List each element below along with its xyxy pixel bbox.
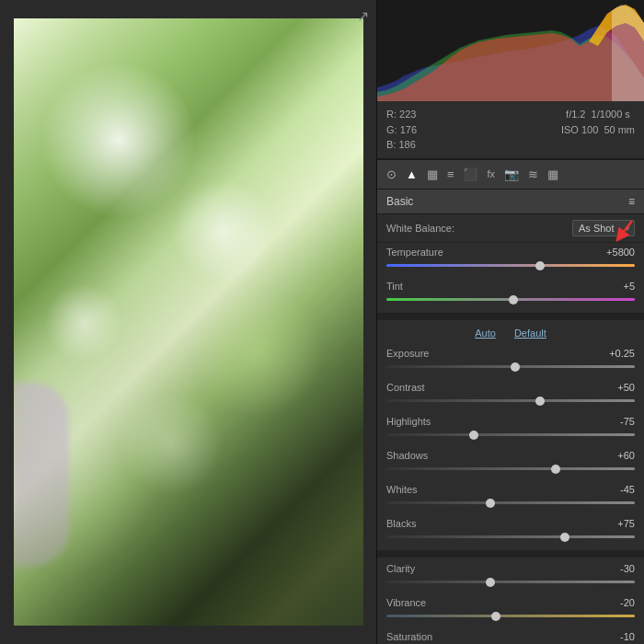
contrast-value: +50 [617,382,635,393]
divider-1 [377,313,644,320]
tint-track[interactable] [386,294,635,305]
temperature-slider-row: Temperature +5800 [377,243,644,277]
exposure-track[interactable] [386,362,635,373]
saturation-value: -10 [620,631,635,642]
vibrance-track[interactable] [386,611,635,622]
shutter: 1/1000 s [592,109,630,120]
saturation-slider-row: Saturation -10 [377,627,644,645]
contrast-thumb[interactable] [535,397,545,406]
panel-header: Basic ≡ [377,190,644,214]
panel-menu-icon[interactable]: ≡ [628,195,635,208]
focal: 50 mm [604,124,635,135]
lines-icon[interactable]: ≡ [445,166,456,183]
whites-slider-row: Whites -45 [377,480,644,514]
vibrance-slider-row: Vibrance -20 [377,593,644,627]
toolbar: ⊙ ▲ ▦ ≡ ⬛ fx 📷 ≋ ▦ [377,159,644,190]
vibrance-label: Vibrance [386,597,426,608]
svg-line-2 [620,221,632,236]
histogram-icon[interactable]: ⊙ [385,166,398,183]
square-icon[interactable]: ⬛ [461,166,479,183]
highlights-value: -75 [620,416,635,427]
right-panel: R: 223 G: 176 B: 186 f/1.2 1/1000 s ISO … [377,0,644,644]
photo-image [14,18,363,626]
g-value: 176 [400,124,417,135]
vibrance-value: -20 [620,597,635,608]
b-label: B: [386,139,396,150]
histogram [377,0,644,101]
whites-thumb[interactable] [486,499,495,508]
shadows-thumb[interactable] [551,465,560,474]
g-label: G: [386,124,397,135]
iso: ISO 100 [561,124,598,135]
exposure-label: Exposure [386,348,429,359]
fx-icon[interactable]: fx [485,167,497,181]
grid-icon[interactable]: ▦ [425,166,440,183]
clarity-track[interactable] [386,577,635,588]
saturation-label: Saturation [386,631,432,642]
highlights-thumb[interactable] [469,431,478,440]
photo-panel: ↗ [0,0,377,644]
exif-values: f/1.2 1/1000 s ISO 100 50 mm [561,107,635,153]
exposure-thumb[interactable] [511,362,520,372]
blacks-track[interactable] [386,532,635,543]
grid2-icon[interactable]: ▦ [546,166,560,183]
tint-thumb[interactable] [509,295,518,305]
whites-label: Whites [386,484,418,495]
r-label: R: [386,109,397,120]
clarity-value: -30 [620,563,635,574]
blacks-slider-row: Blacks +75 [377,514,644,548]
temperature-value: +5800 [606,247,635,258]
exposure-slider-row: Exposure +0.25 [377,344,644,378]
sliders-icon[interactable]: ≋ [526,166,540,183]
whites-track[interactable] [386,498,635,509]
clarity-thumb[interactable] [486,578,495,587]
highlights-slider-row: Highlights -75 [377,412,644,446]
camera-icon[interactable]: 📷 [502,166,521,183]
wb-label: White Balance: [386,223,454,234]
rgb-values: R: 223 G: 176 B: 186 [386,107,417,153]
shadows-slider-row: Shadows +60 [377,446,644,480]
controls-scroll[interactable]: White Balance: As Shot Auto Daylight Clo… [377,214,644,645]
crop-icon[interactable]: ▲ [404,166,420,183]
auto-button[interactable]: Auto [475,328,496,339]
camera-info: R: 223 G: 176 B: 186 f/1.2 1/1000 s ISO … [377,101,644,159]
vibrance-thumb[interactable] [491,612,500,621]
exposure-value: +0.25 [609,348,635,359]
shadows-label: Shadows [386,450,428,461]
contrast-track[interactable] [386,396,635,407]
temperature-thumb[interactable] [535,261,545,270]
blacks-value: +75 [617,518,635,529]
tint-label: Tint [386,281,403,292]
temperature-label: Temperature [386,247,443,258]
highlights-label: Highlights [386,416,431,427]
highlights-track[interactable] [386,430,635,441]
blacks-label: Blacks [386,518,416,529]
divider-2 [377,550,644,558]
contrast-slider-row: Contrast +50 [377,378,644,412]
tint-value: +5 [623,281,635,292]
whites-value: -45 [620,484,635,495]
tint-slider-row: Tint +5 [377,277,644,311]
temperature-track[interactable] [386,260,635,271]
clarity-label: Clarity [386,563,415,574]
aperture: f/1.2 [566,109,585,120]
default-button[interactable]: Default [514,328,546,339]
auto-default-row: Auto Default [377,322,644,344]
b-value: 186 [398,139,415,150]
arrow-annotation [581,216,637,244]
export-icon[interactable]: ↗ [357,7,369,25]
shadows-value: +60 [617,450,635,461]
blacks-thumb[interactable] [560,533,569,542]
panel-title: Basic [386,195,413,208]
r-value: 223 [399,109,416,120]
contrast-label: Contrast [386,382,425,393]
clarity-slider-row: Clarity -30 [377,559,644,593]
shadows-track[interactable] [386,464,635,475]
